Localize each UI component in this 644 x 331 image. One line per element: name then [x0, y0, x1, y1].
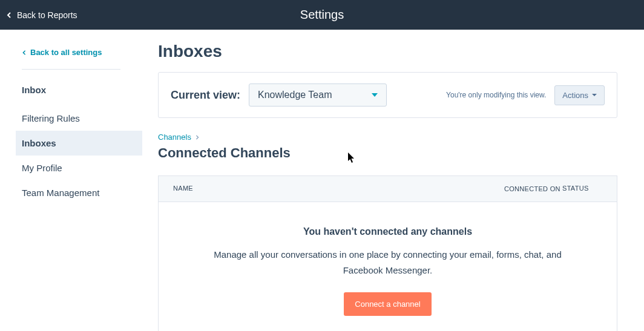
empty-title: You haven't connected any channels: [207, 226, 568, 237]
sidebar-item-inboxes[interactable]: Inboxes: [16, 131, 142, 156]
caret-down-icon: [592, 94, 597, 96]
sidebar-item-my-profile[interactable]: My Profile: [0, 156, 142, 180]
sidebar-item-label: Inboxes: [22, 138, 56, 148]
main-panel: Inboxes Current view: Knowledge Team You…: [142, 30, 644, 331]
channels-table: NAME CONNECTED ON STATUS You haven't con…: [158, 175, 617, 331]
view-note: You're only modifying this view.: [446, 91, 546, 99]
col-connected-on: CONNECTED ON: [490, 176, 562, 202]
breadcrumb[interactable]: Channels: [158, 133, 617, 142]
back-to-reports-link[interactable]: Back to Reports: [6, 10, 77, 20]
back-to-settings-label: Back to all settings: [30, 48, 102, 57]
app-header: Back to Reports Settings: [0, 0, 644, 30]
connect-channel-button[interactable]: Connect a channel: [344, 292, 431, 316]
sidebar-item-label: Filtering Rules: [22, 113, 80, 123]
current-view-select[interactable]: Knowledge Team: [249, 84, 387, 107]
empty-state: You haven't connected any channels Manag…: [159, 202, 617, 331]
col-status: STATUS: [562, 176, 617, 202]
page-header-title: Settings: [300, 8, 344, 22]
sidebar-item-team-management[interactable]: Team Management: [0, 180, 142, 205]
chevron-right-icon: [195, 135, 200, 140]
sidebar-section-label: Inbox: [22, 85, 120, 95]
sidebar-item-label: My Profile: [22, 163, 62, 173]
breadcrumb-channels: Channels: [158, 133, 191, 142]
empty-description: Manage all your conversations in one pla…: [207, 247, 568, 278]
sidebar-item-filtering-rules[interactable]: Filtering Rules: [0, 106, 142, 131]
caret-down-icon: [372, 93, 378, 97]
sidebar-item-label: Team Management: [22, 188, 99, 198]
col-name: NAME: [159, 176, 490, 202]
table-header: NAME CONNECTED ON STATUS: [159, 176, 617, 202]
current-view-value: Knowledge Team: [258, 90, 332, 100]
sidebar-divider: [22, 69, 120, 70]
actions-button[interactable]: Actions: [554, 85, 605, 105]
page-title: Inboxes: [158, 42, 617, 61]
back-to-reports-label: Back to Reports: [17, 10, 77, 20]
back-to-settings-link[interactable]: Back to all settings: [22, 48, 120, 57]
current-view-label: Current view:: [171, 89, 240, 102]
chevron-left-icon: [6, 12, 12, 18]
current-view-panel: Current view: Knowledge Team You're only…: [158, 72, 617, 118]
actions-label: Actions: [562, 91, 588, 100]
sidebar: Back to all settings Inbox Filtering Rul…: [0, 30, 142, 331]
section-title: Connected Channels: [158, 145, 617, 161]
content-area: Back to all settings Inbox Filtering Rul…: [0, 30, 644, 331]
chevron-left-icon: [22, 50, 27, 55]
